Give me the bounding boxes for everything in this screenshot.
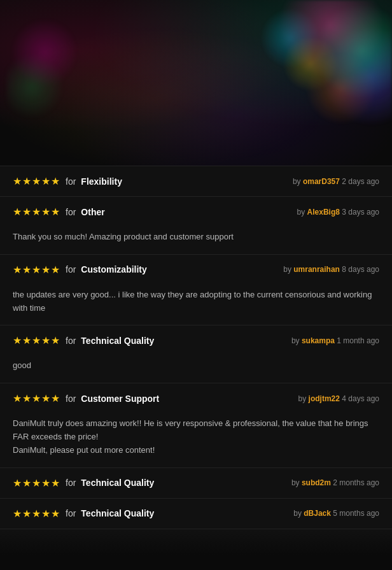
splatter-decoration: [188, 0, 392, 127]
review-meta: by sukampa 1 month ago: [291, 336, 379, 345]
review-time: 3 days ago: [340, 208, 379, 217]
reviewer-name: umranraihan: [293, 265, 340, 274]
review-meta: by subd2m 2 months ago: [291, 478, 379, 487]
by-label: by: [291, 336, 302, 345]
review-meta: by jodjtm22 4 days ago: [298, 394, 379, 403]
review-category: Flexibility: [81, 176, 122, 187]
by-label: by: [293, 177, 303, 186]
review-time: 4 days ago: [340, 394, 379, 403]
review-header: ★★★★★forCustomer Supportby jodjtm22 4 da…: [0, 383, 392, 413]
review-time: 2 months ago: [331, 478, 379, 487]
review-stars: ★★★★★: [13, 477, 60, 489]
review-left: ★★★★★forTechnical Quality: [13, 508, 154, 520]
for-label: for: [66, 264, 76, 274]
reviewer-name: omarD357: [303, 177, 340, 186]
for-label: for: [66, 508, 76, 518]
review-stars: ★★★★★: [13, 264, 60, 276]
review-category: Customizability: [81, 264, 146, 274]
review-row: ★★★★★forOtherby AlexBig8 3 days agoThank…: [0, 197, 392, 255]
by-label: by: [291, 478, 302, 487]
review-meta: by dBJack 5 months ago: [293, 509, 379, 518]
review-left: ★★★★★forOther: [13, 206, 105, 218]
reviewer-name: jodjtm22: [309, 394, 340, 403]
review-body: DaniMult truly does amazing work!! He is…: [0, 413, 392, 467]
review-left: ★★★★★forCustomizability: [13, 264, 147, 276]
review-left: ★★★★★forTechnical Quality: [13, 334, 154, 346]
by-label: by: [293, 509, 304, 518]
reviewer-name: dBJack: [304, 509, 331, 518]
splatter-decoration-2: [6, 6, 134, 121]
review-body: good: [0, 355, 392, 383]
review-category: Technical Quality: [81, 478, 154, 488]
for-label: for: [66, 336, 76, 346]
by-label: by: [297, 208, 307, 217]
review-header: ★★★★★forFlexibilityby omarD357 2 days ag…: [0, 166, 392, 196]
review-category: Technical Quality: [81, 336, 154, 346]
review-row: ★★★★★forTechnical Qualityby sukampa 1 mo…: [0, 325, 392, 383]
review-category: Other: [81, 207, 104, 217]
footer-bg: [0, 529, 392, 555]
reviews-section: ★★★★★forFlexibilityby omarD357 2 days ag…: [0, 166, 392, 529]
review-stars: ★★★★★: [13, 392, 60, 404]
review-left: ★★★★★forTechnical Quality: [13, 477, 154, 489]
review-row: ★★★★★forCustomer Supportby jodjtm22 4 da…: [0, 383, 392, 467]
review-header: ★★★★★forCustomizabilityby umranraihan 8 …: [0, 255, 392, 285]
review-body: Thank you so much! Amazing product and c…: [0, 227, 392, 254]
review-stars: ★★★★★: [13, 508, 60, 520]
review-header: ★★★★★forOtherby AlexBig8 3 days ago: [0, 197, 392, 227]
review-meta: by AlexBig8 3 days ago: [297, 208, 379, 217]
review-stars: ★★★★★: [13, 175, 60, 187]
review-time: 1 month ago: [335, 336, 379, 345]
review-row: ★★★★★forTechnical Qualityby dBJack 5 mon…: [0, 499, 392, 529]
review-time: 5 months ago: [331, 509, 379, 518]
review-time: 2 days ago: [340, 177, 379, 186]
by-label: by: [283, 265, 293, 274]
review-header: ★★★★★forTechnical Qualityby dBJack 5 mon…: [0, 499, 392, 529]
review-body: the updates are very good... i like the …: [0, 285, 392, 325]
review-header: ★★★★★forTechnical Qualityby subd2m 2 mon…: [0, 468, 392, 498]
review-left: ★★★★★forFlexibility: [13, 175, 122, 187]
review-category: Customer Support: [81, 394, 159, 404]
review-row: ★★★★★forCustomizabilityby umranraihan 8 …: [0, 255, 392, 326]
hero-section: [0, 0, 392, 166]
review-time: 8 days ago: [340, 265, 379, 274]
review-meta: by omarD357 2 days ago: [293, 177, 379, 186]
review-category: Technical Quality: [81, 508, 154, 518]
review-row: ★★★★★forFlexibilityby omarD357 2 days ag…: [0, 166, 392, 197]
review-header: ★★★★★forTechnical Qualityby sukampa 1 mo…: [0, 325, 392, 355]
review-row: ★★★★★forTechnical Qualityby subd2m 2 mon…: [0, 468, 392, 499]
reviewer-name: AlexBig8: [307, 208, 340, 217]
for-label: for: [66, 478, 76, 488]
review-meta: by umranraihan 8 days ago: [283, 265, 379, 274]
for-label: for: [66, 176, 76, 187]
reviewer-name: sukampa: [302, 336, 335, 345]
review-left: ★★★★★forCustomer Support: [13, 392, 159, 404]
review-stars: ★★★★★: [13, 334, 60, 346]
reviewer-name: subd2m: [302, 478, 331, 487]
review-stars: ★★★★★: [13, 206, 60, 218]
by-label: by: [298, 394, 309, 403]
for-label: for: [66, 207, 76, 217]
for-label: for: [66, 394, 76, 404]
